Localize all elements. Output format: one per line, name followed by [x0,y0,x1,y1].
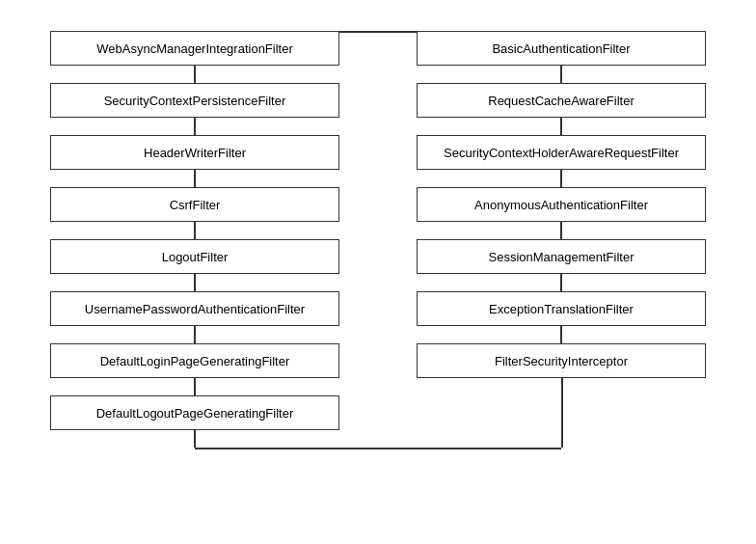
filter-box-8: DefaultLogoutPageGeneratingFilter [50,395,339,430]
filter-box-r6: ExceptionTranslationFilter [417,291,706,326]
connector-7 [194,378,196,395]
connector-4 [194,222,196,239]
filter-box-r3: SecurityContextHolderAwareRequestFilter [417,135,706,170]
filter-box-3: HeaderWriterFilter [50,135,339,170]
right-filter-column: BasicAuthenticationFilter RequestCacheAw… [378,12,744,532]
right-bottom-vert-line [561,378,563,448]
filter-box-r7: FilterSecurityInterceptor [417,343,706,378]
connector-3 [194,170,196,187]
connector-r5 [560,274,562,291]
filter-box-r1: BasicAuthenticationFilter [417,31,706,66]
connector-r2 [560,118,562,135]
filter-box-5: LogoutFilter [50,239,339,274]
connector-r6 [560,326,562,343]
connector-r3 [560,170,562,187]
connector-8 [194,430,196,448]
filter-box-r5: SessionManagementFilter [417,239,706,274]
filter-box-1: WebAsyncManagerIntegrationFilter [50,31,339,66]
filter-box-6: UsernamePasswordAuthenticationFilter [50,291,339,326]
connector-r4 [560,222,562,239]
filter-box-4: CsrfFilter [50,187,339,222]
left-filter-column: WebAsyncManagerIntegrationFilter Securit… [12,12,378,532]
filter-box-7: DefaultLoginPageGeneratingFilter [50,343,339,378]
connector-2 [194,118,196,135]
connector-5 [194,274,196,291]
connector-6 [194,326,196,343]
connector-r1 [560,66,562,83]
connector-1 [194,66,196,83]
filter-box-r4: AnonymousAuthenticationFilter [417,187,706,222]
filter-box-r2: RequestCacheAwareFilter [417,83,706,118]
bottom-connector-line [195,448,561,449]
filter-box-2: SecurityContextPersistenceFilter [50,83,339,118]
filter-chain-diagram: WebAsyncManagerIntegrationFilter Securit… [12,12,744,532]
